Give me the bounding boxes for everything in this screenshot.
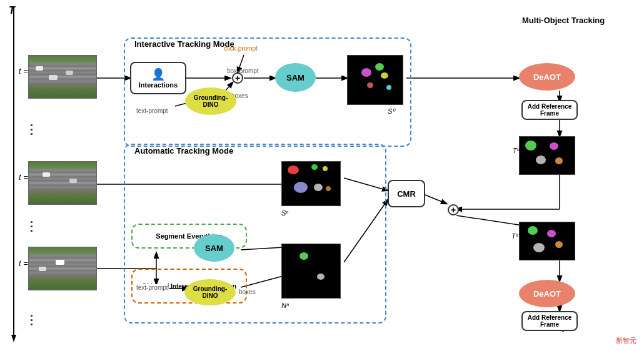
sam-1: SAM [275,63,316,92]
frame-tn [28,247,97,290]
multi-object-label: Multi-Object Tracking [522,16,605,25]
s0-label: S⁰ [388,107,395,116]
add-ref-frame-2: Add Reference Frame [521,311,578,331]
t-axis-label: T [9,5,15,16]
tn-prime-image [519,222,575,260]
dots-1: ⋮ [25,122,38,137]
add-ref-frame-1: Add Reference Frame [521,100,578,120]
dots-2: ⋮ [25,219,38,234]
tn-prime-label: Tⁿ' [511,232,520,240]
watermark: 新智元 [613,335,639,346]
interactive-mode-label: Interactive Tracking Mode [134,39,234,49]
interactions-label: Interactions [139,81,178,89]
interactions-box: 👤 Interactions [130,62,186,94]
plus-circle-1: + [232,72,243,84]
deaot-2: DeAOT [519,280,575,307]
tn-label: Tⁿ [513,147,520,154]
frame-tn2 [28,161,97,205]
nn-label: Nⁿ [281,302,289,309]
sam-2: SAM [194,234,234,262]
automatic-mode-label: Automatic Tracking Mode [134,146,233,156]
plus-circle-2: + [448,204,459,215]
box-prompt-label: box-prompt [227,67,259,74]
seg-image-s0 [347,55,403,105]
click-prompt-label: click-prompt [224,45,258,52]
tn-image [519,136,575,175]
cmr-box: CMR [388,180,425,207]
person-icon: 👤 [151,67,165,81]
deaot-1: DeAOT [519,63,575,91]
frame-t1 [28,55,97,99]
sn-label: Sⁿ [281,209,288,217]
svg-line-13 [422,194,446,204]
grounding-dino-1: Grounding- DINO [185,87,236,115]
nn-image [281,244,341,299]
grounding-dino-2: Grounding- DINO [184,279,236,305]
text-prompt-label-2: text-prompt [136,284,168,291]
sn-image [281,161,341,206]
svg-marker-1 [11,335,16,342]
dots-3: ⋮ [25,312,38,327]
boxes-label-2: boxes [239,289,256,295]
text-prompt-label-1: text-prompt [136,107,168,114]
